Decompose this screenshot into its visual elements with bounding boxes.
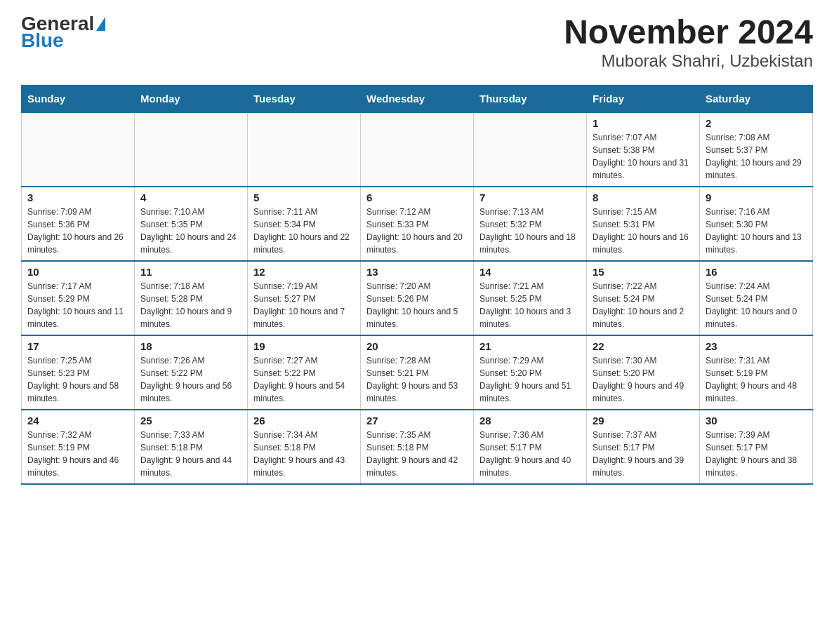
- day-info-line: Sunrise: 7:35 AM: [366, 429, 468, 441]
- day-info-line: Sunrise: 7:20 AM: [366, 280, 468, 293]
- day-info: Sunrise: 7:25 AMSunset: 5:23 PMDaylight:…: [27, 354, 128, 405]
- day-info-line: Daylight: 9 hours and 42 minutes.: [366, 454, 468, 479]
- day-number: 23: [706, 340, 807, 352]
- day-info: Sunrise: 7:34 AMSunset: 5:18 PMDaylight:…: [253, 429, 355, 479]
- calendar-cell: 6Sunrise: 7:12 AMSunset: 5:33 PMDaylight…: [361, 187, 474, 261]
- calendar-week-2: 3Sunrise: 7:09 AMSunset: 5:36 PMDaylight…: [22, 187, 813, 261]
- day-info-line: Sunset: 5:17 PM: [479, 441, 581, 454]
- day-info: Sunrise: 7:28 AMSunset: 5:21 PMDaylight:…: [366, 354, 468, 405]
- day-info-line: Sunset: 5:29 PM: [27, 293, 128, 305]
- day-info-line: Sunrise: 7:15 AM: [593, 206, 694, 218]
- day-info-line: Daylight: 10 hours and 22 minutes.: [253, 231, 355, 256]
- day-info-line: Daylight: 10 hours and 3 minutes.: [479, 305, 581, 330]
- weekday-header-saturday: Saturday: [700, 85, 813, 112]
- day-info-line: Sunset: 5:33 PM: [366, 218, 468, 231]
- day-info-line: Daylight: 9 hours and 46 minutes.: [27, 454, 128, 479]
- calendar-cell: 18Sunrise: 7:26 AMSunset: 5:22 PMDayligh…: [135, 335, 248, 410]
- day-info-line: Sunrise: 7:22 AM: [593, 280, 694, 293]
- calendar-cell: 17Sunrise: 7:25 AMSunset: 5:23 PMDayligh…: [22, 335, 135, 410]
- calendar-table: SundayMondayTuesdayWednesdayThursdayFrid…: [21, 85, 813, 485]
- page-header: General Blue November 2024 Muborak Shahr…: [21, 14, 813, 71]
- day-info-line: Daylight: 10 hours and 0 minutes.: [706, 305, 807, 330]
- day-number: 26: [253, 415, 355, 427]
- day-info: Sunrise: 7:39 AMSunset: 5:17 PMDaylight:…: [706, 429, 807, 479]
- calendar-subtitle: Muborak Shahri, Uzbekistan: [564, 51, 813, 71]
- day-info-line: Daylight: 10 hours and 29 minutes.: [706, 156, 807, 182]
- day-info-line: Sunset: 5:27 PM: [253, 293, 355, 305]
- day-info-line: Daylight: 9 hours and 44 minutes.: [140, 454, 241, 479]
- day-info-line: Sunrise: 7:10 AM: [140, 206, 241, 218]
- day-number: 19: [253, 340, 355, 352]
- day-info-line: Daylight: 9 hours and 54 minutes.: [253, 380, 355, 405]
- day-info-line: Daylight: 9 hours and 43 minutes.: [253, 454, 355, 479]
- day-number: 4: [140, 192, 241, 203]
- day-info-line: Sunrise: 7:19 AM: [253, 280, 355, 293]
- day-number: 5: [253, 192, 355, 203]
- day-info-line: Sunset: 5:20 PM: [593, 367, 694, 380]
- day-info-line: Sunset: 5:17 PM: [593, 441, 694, 454]
- day-info-line: Sunrise: 7:16 AM: [706, 206, 807, 218]
- day-info-line: Sunset: 5:20 PM: [479, 367, 581, 380]
- day-number: 30: [706, 415, 807, 427]
- day-info-line: Sunset: 5:36 PM: [27, 218, 128, 231]
- day-number: 29: [593, 415, 694, 427]
- day-info: Sunrise: 7:29 AMSunset: 5:20 PMDaylight:…: [479, 354, 581, 405]
- day-info-line: Sunset: 5:37 PM: [706, 144, 807, 156]
- day-info-line: Daylight: 10 hours and 31 minutes.: [593, 156, 694, 182]
- calendar-cell: 10Sunrise: 7:17 AMSunset: 5:29 PMDayligh…: [22, 261, 135, 335]
- calendar-cell: 23Sunrise: 7:31 AMSunset: 5:19 PMDayligh…: [700, 335, 813, 410]
- day-number: 10: [27, 266, 128, 278]
- day-info: Sunrise: 7:35 AMSunset: 5:18 PMDaylight:…: [366, 429, 468, 479]
- day-info-line: Daylight: 10 hours and 5 minutes.: [366, 305, 468, 330]
- day-info-line: Sunrise: 7:25 AM: [27, 354, 128, 367]
- calendar-cell: 3Sunrise: 7:09 AMSunset: 5:36 PMDaylight…: [22, 187, 135, 261]
- day-info-line: Sunset: 5:38 PM: [593, 144, 694, 156]
- day-info-line: Sunset: 5:21 PM: [366, 367, 468, 380]
- calendar-cell: 9Sunrise: 7:16 AMSunset: 5:30 PMDaylight…: [700, 187, 813, 261]
- day-info-line: Sunrise: 7:11 AM: [253, 206, 355, 218]
- calendar-cell: 24Sunrise: 7:32 AMSunset: 5:19 PMDayligh…: [22, 410, 135, 484]
- day-info-line: Sunset: 5:30 PM: [706, 218, 807, 231]
- day-info-line: Daylight: 10 hours and 7 minutes.: [253, 305, 355, 330]
- day-info-line: Daylight: 10 hours and 18 minutes.: [479, 231, 581, 256]
- day-info-line: Daylight: 10 hours and 2 minutes.: [593, 305, 694, 330]
- day-info-line: Daylight: 10 hours and 26 minutes.: [27, 231, 128, 256]
- day-info: Sunrise: 7:11 AMSunset: 5:34 PMDaylight:…: [253, 206, 355, 256]
- day-info-line: Daylight: 9 hours and 58 minutes.: [27, 380, 128, 405]
- day-info: Sunrise: 7:12 AMSunset: 5:33 PMDaylight:…: [366, 206, 468, 256]
- day-info-line: Sunset: 5:22 PM: [253, 367, 355, 380]
- day-info-line: Daylight: 9 hours and 48 minutes.: [706, 380, 807, 405]
- day-info-line: Sunrise: 7:09 AM: [27, 206, 128, 218]
- logo: General Blue: [21, 14, 105, 51]
- day-info: Sunrise: 7:21 AMSunset: 5:25 PMDaylight:…: [479, 280, 581, 330]
- day-info: Sunrise: 7:22 AMSunset: 5:24 PMDaylight:…: [593, 280, 694, 330]
- day-info-line: Sunrise: 7:17 AM: [27, 280, 128, 293]
- day-number: 15: [593, 266, 694, 278]
- day-info-line: Daylight: 10 hours and 11 minutes.: [27, 305, 128, 330]
- day-info: Sunrise: 7:26 AMSunset: 5:22 PMDaylight:…: [140, 354, 241, 405]
- day-number: 25: [140, 415, 241, 427]
- day-number: 13: [366, 266, 468, 278]
- day-info-line: Daylight: 9 hours and 56 minutes.: [140, 380, 241, 405]
- day-info-line: Daylight: 10 hours and 20 minutes.: [366, 231, 468, 256]
- calendar-cell: 22Sunrise: 7:30 AMSunset: 5:20 PMDayligh…: [587, 335, 700, 410]
- day-info-line: Daylight: 9 hours and 53 minutes.: [366, 380, 468, 405]
- day-info-line: Sunrise: 7:08 AM: [706, 131, 807, 144]
- calendar-cell: [474, 112, 587, 187]
- day-number: 20: [366, 340, 468, 352]
- day-info-line: Sunrise: 7:30 AM: [593, 354, 694, 367]
- weekday-header-sunday: Sunday: [22, 85, 135, 112]
- day-number: 11: [140, 266, 241, 278]
- calendar-cell: 1Sunrise: 7:07 AMSunset: 5:38 PMDaylight…: [587, 112, 700, 187]
- day-number: 2: [706, 117, 807, 129]
- day-info-line: Sunrise: 7:39 AM: [706, 429, 807, 441]
- day-info: Sunrise: 7:31 AMSunset: 5:19 PMDaylight:…: [706, 354, 807, 405]
- day-info-line: Daylight: 9 hours and 40 minutes.: [479, 454, 581, 479]
- day-number: 18: [140, 340, 241, 352]
- day-info: Sunrise: 7:09 AMSunset: 5:36 PMDaylight:…: [27, 206, 128, 256]
- day-info-line: Sunset: 5:22 PM: [140, 367, 241, 380]
- day-info-line: Sunset: 5:24 PM: [706, 293, 807, 305]
- day-info-line: Sunrise: 7:13 AM: [479, 206, 581, 218]
- day-info-line: Daylight: 9 hours and 51 minutes.: [479, 380, 581, 405]
- calendar-cell: 30Sunrise: 7:39 AMSunset: 5:17 PMDayligh…: [700, 410, 813, 484]
